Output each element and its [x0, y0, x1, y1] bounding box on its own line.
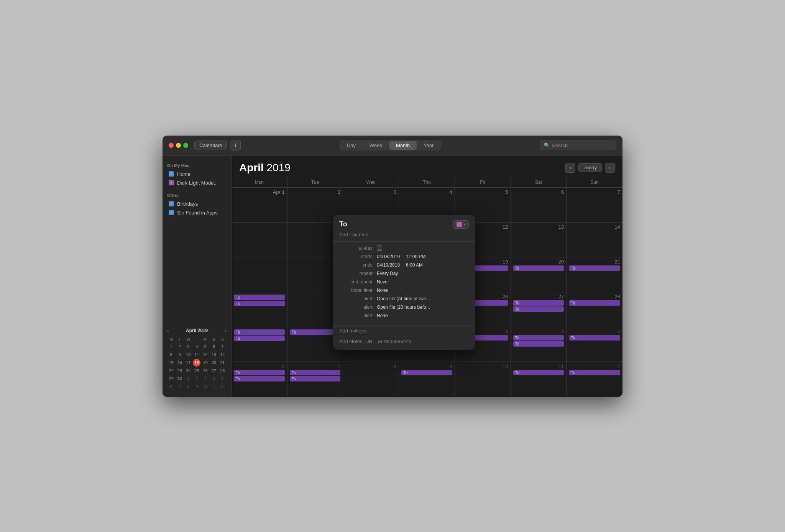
popup-invitees[interactable]: Add Invitees — [333, 325, 475, 336]
event-bar[interactable]: To — [513, 370, 564, 375]
siri-checkbox[interactable]: ✓ — [169, 210, 174, 215]
mini-day[interactable]: 22 — [168, 367, 175, 375]
mini-day[interactable]: 5 — [202, 343, 209, 350]
cal-cell[interactable]: 27 To To — [511, 292, 567, 327]
sidebar-item-dark-light[interactable]: ✓ Dark Light Mode... — [167, 179, 227, 187]
mini-day[interactable]: 12 — [218, 383, 226, 391]
cal-cell[interactable]: 11 To — [511, 362, 567, 397]
cal-cell[interactable]: 4 To To — [511, 327, 567, 362]
repeat-value[interactable]: Every Day — [377, 271, 398, 276]
cal-cell[interactable]: 21 To — [567, 257, 622, 292]
close-button[interactable] — [169, 143, 174, 148]
ends-date[interactable]: 04/19/2019 — [377, 262, 400, 268]
cal-next-btn[interactable]: › — [605, 163, 615, 173]
mini-day[interactable]: 12 — [202, 351, 209, 358]
mini-day[interactable]: 8 — [168, 351, 175, 358]
add-event-button[interactable]: + — [230, 140, 241, 151]
alert2-value[interactable]: Open file (10 hours befo... — [377, 304, 430, 310]
cal-cell[interactable]: To To — [232, 327, 287, 362]
event-bar[interactable]: To — [401, 370, 452, 375]
cal-cell[interactable]: 28 To — [567, 292, 622, 327]
cal-cell[interactable]: 7 — [567, 188, 622, 222]
mini-day[interactable]: 1 — [168, 343, 175, 350]
mini-day[interactable]: 4 — [193, 343, 200, 350]
cal-today-btn[interactable]: Today — [578, 163, 602, 172]
popup-color-btn[interactable]: ▾ — [453, 220, 469, 229]
mini-day[interactable]: 10 — [202, 383, 209, 391]
sidebar-item-birthdays[interactable]: ✓ Birthdays — [167, 200, 227, 208]
mini-day[interactable]: 7 — [176, 383, 184, 391]
mini-day[interactable]: 25 — [193, 367, 200, 375]
cal-cell[interactable] — [232, 223, 287, 257]
mini-day[interactable]: 9 — [176, 351, 184, 358]
sidebar-item-home[interactable]: ✓ Home — [167, 170, 227, 178]
popup-notes[interactable]: Add Notes, URL, or Attachments — [333, 336, 475, 350]
mini-day[interactable]: 6 — [210, 343, 218, 350]
mini-day[interactable]: 24 — [184, 367, 192, 375]
alert3-value[interactable]: None — [377, 313, 388, 318]
sidebar-item-siri[interactable]: ✓ Siri Found in Apps — [167, 209, 227, 217]
event-bar[interactable]: To — [234, 329, 285, 335]
cal-cell[interactable]: 20 To — [511, 257, 567, 292]
minimize-button[interactable] — [176, 143, 181, 148]
cal-cell[interactable]: Apr 1 — [232, 188, 287, 222]
mini-day[interactable]: 30 — [176, 375, 184, 383]
mini-day[interactable]: 14 — [218, 351, 226, 358]
cal-cell[interactable]: To To — [232, 292, 287, 327]
event-bar[interactable]: To — [513, 265, 564, 271]
cal-cell[interactable]: 6 — [511, 188, 567, 222]
cal-prev-btn[interactable]: ‹ — [565, 163, 575, 173]
tab-week[interactable]: Week — [363, 141, 389, 150]
cal-cell[interactable]: 5 To — [567, 327, 622, 362]
mini-day[interactable]: 26 — [202, 367, 209, 375]
event-bar[interactable]: To — [513, 300, 564, 306]
mini-day[interactable]: 9 — [193, 383, 200, 391]
event-bar[interactable]: To — [290, 370, 341, 375]
mini-day[interactable]: 3 — [202, 375, 209, 383]
end-repeat-value[interactable]: Never — [377, 279, 389, 285]
event-bar[interactable]: To — [569, 265, 620, 271]
mini-day[interactable]: 7 — [218, 343, 226, 350]
birthdays-checkbox[interactable]: ✓ — [169, 201, 174, 206]
tab-year[interactable]: Year — [417, 141, 440, 150]
mini-day[interactable]: 27 — [210, 367, 218, 375]
event-bar[interactable]: To — [290, 376, 341, 381]
dark-light-checkbox[interactable]: ✓ — [169, 180, 174, 185]
cal-cell[interactable]: 10 — [455, 362, 511, 397]
cal-cell[interactable]: 8 — [343, 362, 399, 397]
search-box[interactable]: 🔍 Search — [540, 141, 616, 150]
cal-cell[interactable] — [232, 257, 287, 292]
mini-day[interactable]: 17 — [184, 359, 192, 367]
mini-day[interactable]: 13 — [210, 351, 218, 358]
event-bar[interactable]: To — [234, 301, 285, 306]
mini-day[interactable]: 11 — [193, 351, 200, 358]
mini-day[interactable]: 11 — [210, 383, 218, 391]
cal-cell[interactable]: 9 To — [399, 362, 455, 397]
mini-day-today[interactable]: 18 — [193, 359, 200, 367]
mini-day[interactable]: 20 — [210, 359, 218, 367]
event-bar[interactable]: To — [569, 300, 620, 306]
starts-date[interactable]: 04/18/2019 — [377, 254, 400, 259]
tab-day[interactable]: Day — [340, 141, 363, 150]
mini-day[interactable]: 19 — [202, 359, 209, 367]
ends-time[interactable]: 6:00 AM — [406, 262, 423, 268]
event-bar[interactable]: To — [513, 341, 564, 347]
travel-time-value[interactable]: None — [377, 288, 388, 293]
home-checkbox[interactable]: ✓ — [169, 171, 174, 177]
cal-cell[interactable]: 14 — [567, 223, 622, 257]
tab-month[interactable]: Month — [389, 141, 417, 150]
mini-day[interactable]: 28 — [218, 367, 226, 375]
cal-cell[interactable]: 12 To — [567, 362, 622, 397]
calendars-button[interactable]: Calendars — [194, 141, 227, 150]
popup-location[interactable]: Add Location — [333, 232, 475, 241]
mini-day[interactable]: 29 — [168, 375, 175, 383]
fullscreen-button[interactable] — [183, 143, 188, 148]
mini-day[interactable]: 10 — [184, 351, 192, 358]
mini-day[interactable]: 5 — [218, 375, 226, 383]
all-day-checkbox[interactable] — [377, 246, 382, 251]
mini-day[interactable]: 2 — [176, 343, 184, 350]
mini-day[interactable]: 8 — [184, 383, 192, 391]
event-bar[interactable]: To — [569, 370, 620, 375]
mini-day[interactable]: 16 — [176, 359, 184, 367]
starts-time[interactable]: 11:00 PM — [406, 254, 425, 259]
